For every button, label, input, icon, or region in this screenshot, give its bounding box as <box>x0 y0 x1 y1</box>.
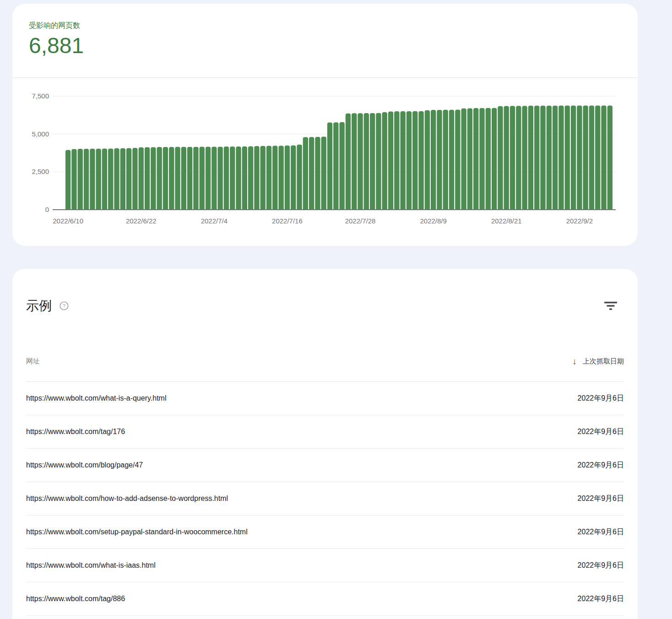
svg-text:7,500: 7,500 <box>32 92 49 100</box>
row-url[interactable]: https://www.wbolt.com/what-is-iaas.html <box>26 561 578 570</box>
row-last-crawl-date: 2022年9月6日 <box>578 527 624 537</box>
row-url[interactable]: https://www.wbolt.com/tag/176 <box>26 428 578 436</box>
row-url[interactable]: https://www.wbolt.com/tag/886 <box>26 595 578 603</box>
table-header-row: 网址 ↓ 上次抓取日期 <box>26 357 624 382</box>
table-row: https://www.wbolt.com/how-to-add-adsense… <box>26 482 624 516</box>
svg-text:5,000: 5,000 <box>32 130 49 138</box>
examples-card-header: 示例 ? <box>26 269 624 314</box>
row-last-crawl-date: 2022年9月6日 <box>578 494 624 504</box>
page: 受影响的网页数 6,881 02,5005,0007,5002022/6/102… <box>12 0 638 619</box>
sort-desc-icon: ↓ <box>573 357 577 366</box>
examples-title: 示例 <box>26 298 52 314</box>
y-axis-labels: 02,5005,0007,500 <box>32 92 49 213</box>
svg-text:2022/8/21: 2022/8/21 <box>491 217 522 225</box>
x-axis-labels: 2022/6/102022/6/222022/7/42022/7/162022/… <box>53 217 593 225</box>
row-last-crawl-date: 2022年9月6日 <box>578 561 624 570</box>
help-icon[interactable]: ? <box>59 301 69 311</box>
svg-text:2022/7/28: 2022/7/28 <box>345 217 376 225</box>
svg-text:2022/6/22: 2022/6/22 <box>126 217 157 225</box>
column-header-last-crawl[interactable]: ↓ 上次抓取日期 <box>573 357 624 366</box>
metric-header: 受影响的网页数 6,881 <box>12 4 638 78</box>
row-last-crawl-date: 2022年9月6日 <box>578 461 624 470</box>
affected-pages-card: 受影响的网页数 6,881 02,5005,0007,5002022/6/102… <box>12 4 638 246</box>
row-url[interactable]: https://www.wbolt.com/blog/page/47 <box>26 461 578 469</box>
svg-text:2022/9/2: 2022/9/2 <box>566 217 593 225</box>
table-row: https://www.wbolt.com/blog/page/47 2022年… <box>26 449 624 482</box>
svg-text:2022/6/10: 2022/6/10 <box>53 217 83 225</box>
svg-text:2022/7/16: 2022/7/16 <box>272 217 303 225</box>
table-row: https://www.wbolt.com/what-is-a-query.ht… <box>26 382 624 415</box>
row-url[interactable]: https://www.wbolt.com/how-to-add-adsense… <box>26 494 578 503</box>
svg-text:?: ? <box>63 303 65 309</box>
svg-text:2022/7/4: 2022/7/4 <box>201 217 228 225</box>
row-url[interactable]: https://www.wbolt.com/what-is-a-query.ht… <box>26 394 578 402</box>
table-row: https://www.wbolt.com/tag/176 2022年9月6日 <box>26 415 624 449</box>
bars[interactable] <box>65 105 612 210</box>
column-header-last-crawl-label: 上次抓取日期 <box>583 357 624 366</box>
svg-text:2022/8/9: 2022/8/9 <box>420 217 446 225</box>
filter-icon[interactable] <box>602 299 619 312</box>
affected-pages-chart[interactable]: 02,5005,0007,5002022/6/102022/6/222022/7… <box>12 78 638 229</box>
table-row: https://www.wbolt.com/tag/886 2022年9月6日 <box>26 582 624 616</box>
examples-table: https://www.wbolt.com/what-is-a-query.ht… <box>26 382 624 616</box>
row-last-crawl-date: 2022年9月6日 <box>578 427 624 437</box>
row-last-crawl-date: 2022年9月6日 <box>578 594 624 604</box>
table-row: https://www.wbolt.com/setup-paypal-stand… <box>26 516 624 549</box>
metric-value: 6,881 <box>29 34 638 58</box>
svg-text:0: 0 <box>45 206 49 213</box>
row-last-crawl-date: 2022年9月6日 <box>578 394 624 403</box>
column-header-url[interactable]: 网址 <box>26 357 573 366</box>
row-url[interactable]: https://www.wbolt.com/setup-paypal-stand… <box>26 528 578 536</box>
table-row: https://www.wbolt.com/what-is-iaas.html … <box>26 549 624 582</box>
metric-label: 受影响的网页数 <box>29 21 638 30</box>
svg-text:2,500: 2,500 <box>32 168 49 175</box>
examples-card: 示例 ? 网址 ↓ 上次抓取日期 <box>12 269 638 619</box>
